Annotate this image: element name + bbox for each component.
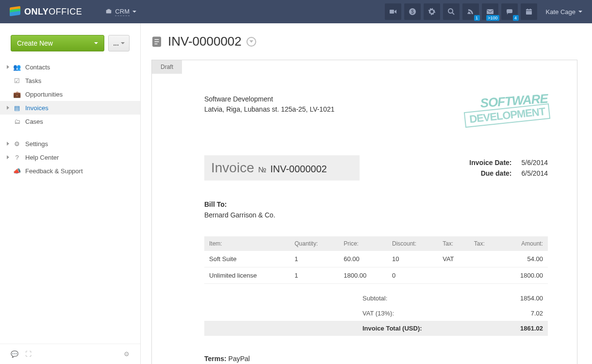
talk-icon[interactable]: 4 <box>501 3 518 20</box>
nav-secondary: ⚙Settings ?Help Center 📣Feedback & Suppo… <box>0 137 140 178</box>
nav-label: Cases <box>25 118 43 125</box>
nav-label: Invoices <box>25 104 49 112</box>
create-new-button[interactable]: Create New <box>11 35 104 51</box>
cell-qty: 1 <box>290 251 339 267</box>
mail-badge: >100 <box>486 15 499 21</box>
document-icon: ▤ <box>13 104 21 112</box>
gear-icon: ⚙ <box>13 140 21 148</box>
vat-value: 7.02 <box>504 306 548 321</box>
create-new-label: Create New <box>17 39 53 47</box>
user-menu[interactable]: Kate Cage <box>546 8 582 16</box>
nav-label: Help Center <box>25 154 59 161</box>
nav-feedback[interactable]: 📣Feedback & Support <box>0 164 140 178</box>
nav-label: Feedback & Support <box>25 167 83 175</box>
number-label: № <box>258 165 266 174</box>
cell-tax <box>438 267 469 283</box>
topbar: ONLYOFFICE CRM $ 1 >100 4 Kate Cage <box>0 0 592 23</box>
gear-icon[interactable]: ⚙ <box>124 350 130 358</box>
content: INV-0000002 Draft Software Development L… <box>141 23 592 364</box>
company-block: Software Development Latvia, Riga, Luban… <box>204 94 334 115</box>
more-button[interactable]: ... <box>108 35 130 51</box>
caret-down-icon <box>578 11 582 13</box>
check-icon: ☑ <box>13 77 21 84</box>
total-value: 1861.02 <box>504 321 548 336</box>
nav-settings[interactable]: ⚙Settings <box>0 137 140 150</box>
nav-help[interactable]: ?Help Center <box>0 150 140 164</box>
cell-item: Soft Suite <box>204 251 290 267</box>
module-selector[interactable]: CRM <box>105 8 136 16</box>
briefcase-icon <box>105 8 112 16</box>
search-icon[interactable] <box>443 3 460 20</box>
invoice-number-badge: Invoice № INV-0000002 <box>204 155 360 181</box>
due-value: 6/5/2014 <box>522 169 548 177</box>
top-actions: $ 1 >100 4 <box>385 3 537 20</box>
due-label: Due date: <box>459 168 512 179</box>
nav-tasks[interactable]: ☑Tasks <box>0 74 140 87</box>
page-title: INV-0000002 <box>168 34 242 49</box>
nav-opportunities[interactable]: 💼Opportunities <box>0 87 140 101</box>
cell-item: Unlimited license <box>204 267 290 283</box>
nav-invoices[interactable]: ▤Invoices <box>0 101 140 115</box>
date-label: Invoice Date: <box>459 157 512 168</box>
calendar-icon[interactable] <box>521 3 537 20</box>
cell-price: 1800.00 <box>339 267 387 283</box>
feed-badge: 1 <box>474 15 480 21</box>
svg-rect-9 <box>526 9 532 15</box>
vat-label: VAT (13%): <box>204 306 504 321</box>
subtotal-label: Subtotal: <box>204 291 504 306</box>
user-name: Kate Cage <box>546 8 576 16</box>
date-value: 5/6/2014 <box>522 159 548 166</box>
svg-rect-1 <box>108 9 110 10</box>
logo[interactable]: ONLYOFFICE <box>10 7 82 17</box>
video-icon[interactable] <box>385 3 401 20</box>
feed-icon[interactable]: 1 <box>462 3 479 20</box>
billto-value: Bernard Garrison & Co. <box>204 211 275 219</box>
nav-cases[interactable]: 🗂Cases <box>0 115 140 128</box>
cell-amount: 1800.00 <box>499 267 548 283</box>
items-table: Item: Quantity: Price: Discount: Tax: Ta… <box>204 236 548 284</box>
mail-icon[interactable]: >100 <box>482 3 498 20</box>
nav-label: Opportunities <box>25 91 63 98</box>
cell-discount: 10 <box>387 251 438 267</box>
subtotal-value: 1854.00 <box>504 291 548 306</box>
cell-tax2 <box>469 251 500 267</box>
brand-bold: ONLY <box>24 7 49 17</box>
caret-down-icon <box>121 42 125 44</box>
col-tax2: Tax: <box>469 236 500 251</box>
page-actions-menu[interactable] <box>247 37 256 47</box>
col-amount: Amount: <box>499 236 548 251</box>
brand-rest: OFFICE <box>49 7 82 17</box>
folder-icon: 🗂 <box>13 118 21 125</box>
briefcase-icon: 💼 <box>13 91 21 98</box>
dollar-icon[interactable]: $ <box>404 3 421 20</box>
question-icon: ? <box>13 154 21 161</box>
cell-tax2 <box>469 267 500 283</box>
expand-icon[interactable]: ⛶ <box>25 350 32 358</box>
total-label: Invoice Total (USD): <box>204 321 504 336</box>
caret-down-icon <box>94 42 98 44</box>
cell-qty: 1 <box>290 267 339 283</box>
page-head: INV-0000002 <box>150 34 577 49</box>
more-label: ... <box>113 39 119 47</box>
nav-contacts[interactable]: 👥Contacts <box>0 60 140 74</box>
invoice-dates: Invoice Date:5/6/2014 Due date:6/5/2014 <box>459 157 548 179</box>
company-name: Software Development <box>204 94 334 104</box>
terms-ship: Terms: PayPal Ship To: Bernard Garrison <box>204 353 548 364</box>
nav-primary: 👥Contacts ☑Tasks 💼Opportunities ▤Invoice… <box>0 60 140 128</box>
gear-icon[interactable] <box>424 3 440 20</box>
svg-rect-2 <box>390 10 394 14</box>
svg-text:$: $ <box>411 9 414 15</box>
sidebar-footer: 💬 ⛶ ⚙ <box>0 344 140 364</box>
svg-point-5 <box>448 9 453 13</box>
sidebar: Create New ... 👥Contacts ☑Tasks 💼Opportu… <box>0 23 141 364</box>
terms-label: Terms: <box>204 355 227 363</box>
chat-icon[interactable]: 💬 <box>11 350 18 358</box>
col-discount: Discount: <box>387 236 438 251</box>
caret-down-icon <box>132 11 136 13</box>
col-item: Item: <box>204 236 290 251</box>
megaphone-icon: 📣 <box>13 167 21 175</box>
people-icon: 👥 <box>13 64 21 71</box>
cell-amount: 54.00 <box>499 251 548 267</box>
cell-price: 60.00 <box>339 251 387 267</box>
module-name: CRM <box>115 8 130 16</box>
